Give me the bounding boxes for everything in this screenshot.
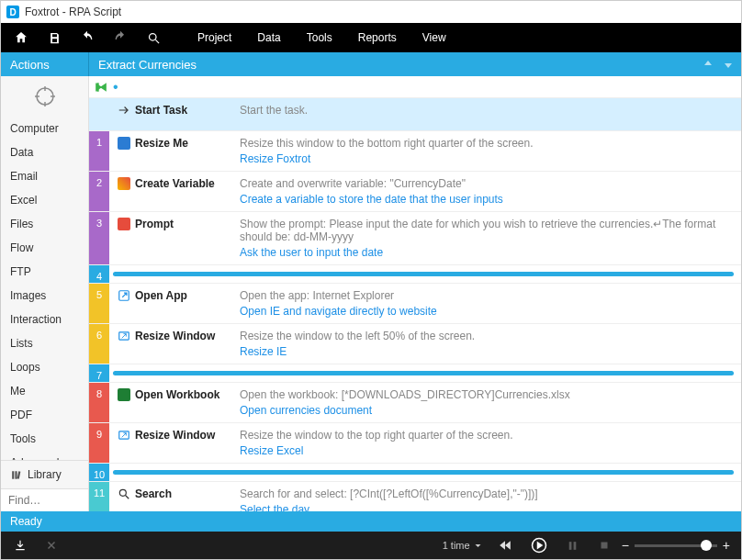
step-comment-link[interactable]: Resize Foxtrot	[240, 152, 310, 165]
category-item[interactable]: Images	[1, 284, 88, 308]
category-item[interactable]: Interaction	[1, 308, 88, 331]
rewind-button[interactable]	[491, 532, 519, 559]
menu-view[interactable]: View	[413, 31, 455, 44]
step-number: 7	[89, 364, 109, 382]
step-description: Create and overwrite variable: "Currency…	[240, 177, 734, 190]
category-item[interactable]: Lists	[1, 331, 88, 355]
category-item[interactable]: Me	[1, 379, 88, 403]
step-row[interactable]: 8Open WorkbookOpen the workbook: [*DOWNL…	[89, 383, 741, 423]
zoom-plus[interactable]: +	[723, 538, 730, 553]
step-name: Resize Window	[133, 423, 236, 463]
redo-button[interactable]	[107, 25, 133, 50]
menu-project[interactable]: Project	[188, 31, 241, 44]
step-comment-link[interactable]: Open currencies document	[240, 404, 372, 417]
step-number: 6	[89, 324, 109, 364]
play-icon	[531, 537, 547, 554]
step-row[interactable]: 11SearchSearch for and select: [?CInt([?…	[89, 482, 741, 511]
zoom-slider[interactable]	[635, 544, 717, 547]
step-number: 11	[89, 482, 109, 511]
step-comment-link[interactable]: Open IE and navigate directly to website	[240, 305, 437, 318]
step-number: 8	[89, 383, 109, 422]
run-arrow-icon[interactable]	[95, 81, 107, 94]
svg-rect-16	[574, 542, 577, 550]
search-icon	[147, 31, 161, 45]
step-list: Start TaskStart the task.1Resize MeResiz…	[89, 98, 741, 511]
menu-tools[interactable]: Tools	[298, 31, 342, 44]
svg-rect-17	[601, 543, 607, 549]
crosshair-icon	[34, 85, 56, 107]
step-row[interactable]: 3PromptShow the prompt: Please input the…	[89, 212, 741, 265]
step-number: 10	[89, 464, 109, 481]
home-icon	[14, 30, 28, 45]
category-item[interactable]: PDF	[1, 403, 88, 427]
target-selector[interactable]	[1, 76, 88, 117]
category-item[interactable]: Data	[1, 140, 88, 164]
step-row[interactable]: 7	[89, 364, 741, 383]
title-bar: D Foxtrot - RPA Script	[1, 1, 741, 23]
step-number: 9	[89, 423, 109, 463]
category-list: ComputerDataEmailExcelFilesFlowFTPImages…	[1, 117, 88, 460]
step-row[interactable]: 10	[89, 464, 741, 482]
step-number	[89, 98, 109, 130]
step-description: Search for and select: [?CInt([?LeftOf([…	[240, 487, 734, 500]
step-row[interactable]: 4	[89, 265, 741, 284]
category-item[interactable]: Advanced	[1, 451, 88, 460]
find-input[interactable]	[1, 489, 88, 511]
home-button[interactable]	[8, 25, 34, 50]
stop-button[interactable]	[590, 532, 618, 559]
step-comment-link[interactable]: Ask the user to input the date	[240, 246, 383, 259]
step-row[interactable]: 2Create VariableCreate and overwrite var…	[89, 172, 741, 212]
app-title: Foxtrot - RPA Script	[25, 6, 121, 18]
speed-selector[interactable]: 1 time	[443, 540, 482, 551]
category-item[interactable]: Tools	[1, 427, 88, 451]
step-description: Resize the window to the top right quart…	[240, 429, 734, 442]
close-button[interactable]	[38, 532, 65, 559]
category-item[interactable]: Excel	[1, 188, 88, 212]
app-logo-icon: D	[6, 6, 19, 18]
pause-button[interactable]	[559, 532, 587, 559]
arrow-up-icon[interactable]	[703, 59, 714, 70]
step-comment-link[interactable]: Select the day	[240, 503, 309, 511]
category-item[interactable]: Files	[1, 212, 88, 236]
library-section[interactable]: Library	[1, 460, 88, 488]
chevron-down-icon	[474, 542, 482, 550]
search-icon	[109, 482, 133, 511]
step-comment-link[interactable]: Resize Excel	[240, 444, 303, 457]
header-row: Actions Extract Currencies	[1, 52, 741, 76]
save-icon	[48, 31, 62, 45]
variable-icon	[109, 172, 133, 211]
step-name: Resize Window	[133, 324, 236, 364]
close-icon	[46, 540, 57, 551]
step-name: Resize Me	[133, 131, 236, 171]
category-item[interactable]: FTP	[1, 260, 88, 284]
actions-sidebar: ComputerDataEmailExcelFilesFlowFTPImages…	[1, 76, 89, 511]
step-name: Start Task	[133, 98, 236, 130]
step-comment-link[interactable]: Resize IE	[240, 345, 287, 358]
play-bar: 1 time − +	[1, 532, 741, 559]
rewind-icon	[498, 539, 512, 552]
step-row[interactable]: 6Resize WindowResize the window to the l…	[89, 324, 741, 364]
step-row[interactable]: Start TaskStart the task.	[89, 98, 741, 131]
save-button[interactable]	[41, 25, 67, 50]
redo-icon	[113, 30, 128, 45]
open-app-icon	[109, 284, 133, 323]
step-row[interactable]: 5Open AppOpen the app: Internet Explorer…	[89, 284, 741, 324]
category-item[interactable]: Email	[1, 164, 88, 188]
menu-reports[interactable]: Reports	[349, 31, 406, 44]
category-item[interactable]: Flow	[1, 236, 88, 260]
step-row[interactable]: 1Resize MeResize this window to the bott…	[89, 131, 741, 172]
undo-button[interactable]	[74, 25, 100, 50]
category-item[interactable]: Loops	[1, 355, 88, 379]
svg-point-0	[149, 33, 156, 40]
workbook-icon	[109, 383, 133, 422]
step-name: Create Variable	[133, 172, 236, 211]
menu-data[interactable]: Data	[248, 31, 289, 44]
step-row[interactable]: 9Resize WindowResize the window to the t…	[89, 423, 741, 464]
step-comment-link[interactable]: Create a variable to store the date that…	[240, 193, 503, 206]
arrow-down-icon[interactable]	[723, 59, 734, 70]
search-button[interactable]	[141, 25, 166, 50]
play-button[interactable]	[523, 532, 556, 559]
download-button[interactable]	[6, 532, 34, 559]
category-item[interactable]: Computer	[1, 117, 88, 140]
zoom-minus[interactable]: −	[622, 538, 629, 553]
